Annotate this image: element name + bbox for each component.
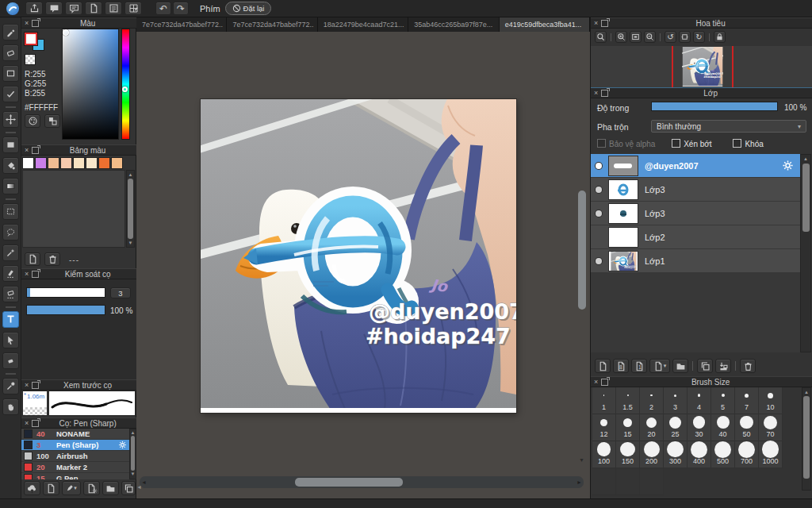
operation-tool[interactable] <box>2 332 19 348</box>
brush-size-cell[interactable]: 2 <box>640 387 664 414</box>
brush-size-slider[interactable] <box>26 287 105 298</box>
brush-row-selected[interactable]: 3 Pen (Sharp) <box>21 440 129 451</box>
fill-rect-tool[interactable] <box>2 137 19 153</box>
brush-size-cell[interactable]: 400 <box>688 441 711 468</box>
lock-view-button[interactable] <box>714 31 726 43</box>
shape-tool[interactable] <box>2 65 19 82</box>
canvas-image[interactable]: Jo @duyen2007 @duyen2007 <box>201 99 516 413</box>
scrollbar-thumb[interactable] <box>295 478 403 487</box>
delete-layer-button[interactable] <box>740 359 756 373</box>
marquee-select-tool[interactable] <box>2 203 19 220</box>
brush-size-cell[interactable]: 10 <box>759 387 783 414</box>
tab-file-2[interactable]: 7e7ce732da47babef772.. <box>227 17 317 32</box>
redo-button[interactable]: ↷ <box>173 2 189 15</box>
popout-icon[interactable] <box>32 382 39 389</box>
layer-row[interactable]: Lớp1 <box>591 249 800 273</box>
reset-rotation-button[interactable] <box>679 31 691 43</box>
lock-checkbox[interactable]: Khóa <box>733 140 763 148</box>
scroll-up-icon[interactable]: ▲ <box>127 171 134 177</box>
document-button[interactable] <box>85 2 102 15</box>
palette-scrollbar[interactable]: ▲ ▼ <box>126 170 135 248</box>
brush-size-cell[interactable]: 500 <box>711 441 735 468</box>
scrollbar-thumb[interactable] <box>131 436 135 471</box>
popout-icon[interactable] <box>32 271 39 278</box>
brush-size-cell[interactable]: 5 <box>711 387 735 414</box>
brush-size-value[interactable]: 3 <box>110 287 131 298</box>
brush-size-cell[interactable]: 40 <box>711 414 735 441</box>
canvas-grid-button[interactable] <box>124 2 142 15</box>
visibility-dot[interactable] <box>596 258 602 264</box>
brush-list-scrollbar[interactable]: ▲ ▼ <box>129 429 136 479</box>
brush-size-cell[interactable]: 1.5 <box>616 387 640 414</box>
brush-row[interactable]: 20 Marker 2 <box>21 462 129 473</box>
scroll-right-icon[interactable]: ► <box>576 479 582 485</box>
brush-cloud-button[interactable] <box>24 481 40 495</box>
visibility-dot[interactable] <box>596 187 602 193</box>
brush-size-cell[interactable]: 1 <box>592 387 616 414</box>
brush-size-cell[interactable]: 1000 <box>759 441 783 468</box>
scroll-up-icon[interactable]: ▲ <box>130 429 136 435</box>
gradient-tool[interactable] <box>2 178 19 194</box>
visibility-dot[interactable] <box>596 163 602 169</box>
palette-swatch[interactable] <box>60 157 72 169</box>
close-icon[interactable]: × <box>25 271 29 278</box>
canvas-workspace[interactable]: Jo @duyen2007 @duyen2007 <box>136 32 590 498</box>
bucket-tool[interactable] <box>2 157 19 174</box>
close-icon[interactable]: × <box>25 382 29 389</box>
brush-opacity-slider[interactable] <box>26 305 105 315</box>
share-button[interactable] <box>25 2 43 15</box>
eyedropper-tool[interactable] <box>2 378 19 394</box>
brush-size-cell[interactable]: 700 <box>735 441 759 468</box>
popout-icon[interactable] <box>32 420 39 427</box>
scroll-left-icon[interactable]: ◄ <box>141 479 147 485</box>
transparent-swatch[interactable] <box>25 54 36 65</box>
layer-row[interactable]: Lớp3 <box>591 202 800 225</box>
clipping-checkbox[interactable]: Xén bớt <box>672 140 711 148</box>
brush-size-cell[interactable]: 7 <box>735 387 759 414</box>
rotate-ccw-button[interactable]: ↺ <box>665 31 676 43</box>
popout-icon[interactable] <box>601 90 608 97</box>
brush-size-cell[interactable]: 25 <box>664 414 688 441</box>
brush-size-cell[interactable]: 100 <box>592 441 616 468</box>
scroll-down-icon[interactable]: ▼ <box>130 471 136 476</box>
scroll-down-icon[interactable]: ▼ <box>127 241 134 245</box>
brush-size-cell[interactable]: 15 <box>616 414 640 441</box>
popout-icon[interactable] <box>601 379 608 386</box>
gear-icon[interactable] <box>118 441 127 449</box>
palette-mode-button[interactable] <box>25 114 40 128</box>
rotate-cw-button[interactable]: ↻ <box>693 31 705 43</box>
lasso-select-tool[interactable] <box>2 224 19 241</box>
text-tool[interactable] <box>2 311 19 328</box>
palette-swatch[interactable] <box>73 157 85 169</box>
new-1bit-layer-button[interactable]: 1 <box>631 359 647 373</box>
new-8bit-layer-button[interactable]: 8 <box>613 359 629 373</box>
brush-duplicate-button[interactable] <box>121 481 136 495</box>
layer-row[interactable]: Lớp3 <box>591 178 800 202</box>
brush-size-cell[interactable]: 4 <box>688 387 711 414</box>
close-icon[interactable]: × <box>25 147 29 154</box>
fit-screen-button[interactable] <box>630 31 642 43</box>
reset-keys-button[interactable]: Đặt lại <box>225 2 271 15</box>
close-icon[interactable]: × <box>594 379 598 386</box>
palette-swatch[interactable] <box>86 157 98 169</box>
scroll-up-icon[interactable]: ▲ <box>802 388 810 394</box>
tab-file-3[interactable]: 18a22479be4caad7c21... <box>318 17 408 32</box>
close-icon[interactable]: × <box>594 90 598 97</box>
comment-button[interactable] <box>65 2 82 15</box>
brush-row[interactable]: 100 Airbrush <box>21 451 129 462</box>
brush-settings-button[interactable] <box>83 481 100 495</box>
palette-add-button[interactable] <box>25 252 40 266</box>
palette-swatch[interactable] <box>22 157 34 169</box>
saturation-value-picker[interactable] <box>62 29 119 140</box>
brush-row[interactable]: 15 G Pen <box>21 473 129 479</box>
brush-size-cell[interactable]: 300 <box>664 441 688 468</box>
tab-file-4[interactable]: 35ab46cc265ba97f87e... <box>408 17 499 32</box>
zoom-out-button[interactable] <box>644 31 656 43</box>
tab-file-5-active[interactable]: e419c59dfbeca3fba41... <box>500 17 590 32</box>
popout-icon[interactable] <box>32 20 39 27</box>
canvas-vscrollbar[interactable]: ▼ <box>577 35 587 468</box>
close-icon[interactable]: × <box>25 20 29 27</box>
move-tool[interactable] <box>2 111 19 128</box>
foreground-swatch[interactable] <box>25 33 37 45</box>
eraser-soft-tool[interactable] <box>2 352 19 369</box>
